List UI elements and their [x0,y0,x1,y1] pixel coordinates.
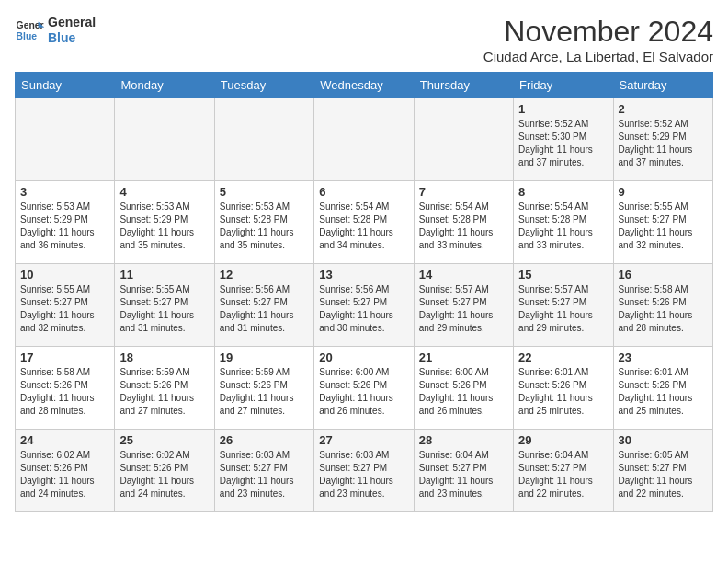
day-info: Sunrise: 5:53 AM Sunset: 5:28 PM Dayligh… [220,201,309,252]
weekday-header-row: SundayMondayTuesdayWednesdayThursdayFrid… [16,73,713,98]
location-title: Ciudad Arce, La Libertad, El Salvador [483,49,713,64]
day-info: Sunrise: 5:58 AM Sunset: 5:26 PM Dayligh… [20,366,109,418]
day-number: 1 [518,102,608,116]
day-number: 19 [220,350,309,364]
calendar-week-2: 10Sunrise: 5:55 AM Sunset: 5:27 PM Dayli… [16,264,713,347]
calendar-week-1: 3Sunrise: 5:53 AM Sunset: 5:29 PM Daylig… [16,181,713,264]
calendar-cell: 8Sunrise: 5:54 AM Sunset: 5:28 PM Daylig… [514,181,613,264]
calendar-cell: 19Sunrise: 5:59 AM Sunset: 5:26 PM Dayli… [214,347,313,430]
day-number: 29 [518,433,608,447]
calendar-cell: 27Sunrise: 6:03 AM Sunset: 5:27 PM Dayli… [314,430,414,512]
day-number: 13 [319,268,408,282]
day-info: Sunrise: 6:03 AM Sunset: 5:27 PM Dayligh… [220,449,309,500]
day-number: 16 [619,268,708,282]
weekday-header-sunday: Sunday [16,73,115,98]
day-number: 21 [419,350,508,364]
day-info: Sunrise: 6:01 AM Sunset: 5:26 PM Dayligh… [518,366,608,418]
calendar-body: 1Sunrise: 5:52 AM Sunset: 5:30 PM Daylig… [16,98,713,512]
calendar-cell [16,98,115,181]
weekday-header-tuesday: Tuesday [214,73,313,98]
weekday-header-wednesday: Wednesday [314,73,414,98]
day-info: Sunrise: 5:53 AM Sunset: 5:29 PM Dayligh… [20,201,109,252]
day-info: Sunrise: 5:58 AM Sunset: 5:26 PM Dayligh… [619,283,708,335]
calendar-cell: 7Sunrise: 5:54 AM Sunset: 5:28 PM Daylig… [414,181,513,264]
day-info: Sunrise: 6:02 AM Sunset: 5:26 PM Dayligh… [119,449,209,500]
day-number: 8 [518,185,608,199]
calendar-cell: 20Sunrise: 6:00 AM Sunset: 5:26 PM Dayli… [314,347,414,430]
day-number: 7 [419,185,508,199]
calendar-cell: 4Sunrise: 5:53 AM Sunset: 5:29 PM Daylig… [115,181,214,264]
day-number: 26 [220,433,309,447]
day-number: 3 [20,185,109,199]
calendar-cell: 1Sunrise: 5:52 AM Sunset: 5:30 PM Daylig… [514,98,613,181]
day-info: Sunrise: 6:01 AM Sunset: 5:26 PM Dayligh… [619,366,708,418]
month-title: November 2024 [483,15,713,49]
calendar-cell: 28Sunrise: 6:04 AM Sunset: 5:27 PM Dayli… [414,430,513,512]
day-info: Sunrise: 5:57 AM Sunset: 5:27 PM Dayligh… [518,283,608,335]
day-info: Sunrise: 5:55 AM Sunset: 5:27 PM Dayligh… [619,201,708,252]
calendar-cell [115,98,214,181]
day-number: 22 [518,350,608,364]
day-info: Sunrise: 5:52 AM Sunset: 5:30 PM Dayligh… [518,118,608,169]
calendar-cell: 25Sunrise: 6:02 AM Sunset: 5:26 PM Dayli… [115,430,214,512]
day-info: Sunrise: 5:59 AM Sunset: 5:26 PM Dayligh… [119,366,209,418]
calendar-cell: 10Sunrise: 5:55 AM Sunset: 5:27 PM Dayli… [16,264,115,347]
page-header: General Blue General Blue November 2024 … [15,15,713,64]
day-number: 24 [20,433,109,447]
day-info: Sunrise: 5:55 AM Sunset: 5:27 PM Dayligh… [119,283,209,335]
day-number: 18 [119,350,209,364]
calendar-week-4: 24Sunrise: 6:02 AM Sunset: 5:26 PM Dayli… [16,430,713,512]
svg-text:Blue: Blue [17,30,38,40]
calendar-cell [414,98,513,181]
day-info: Sunrise: 5:53 AM Sunset: 5:29 PM Dayligh… [119,201,209,252]
calendar-cell: 18Sunrise: 5:59 AM Sunset: 5:26 PM Dayli… [115,347,214,430]
calendar-cell: 13Sunrise: 5:56 AM Sunset: 5:27 PM Dayli… [314,264,414,347]
day-info: Sunrise: 5:54 AM Sunset: 5:28 PM Dayligh… [319,201,408,252]
day-info: Sunrise: 5:56 AM Sunset: 5:27 PM Dayligh… [319,283,408,335]
calendar-cell: 6Sunrise: 5:54 AM Sunset: 5:28 PM Daylig… [314,181,414,264]
calendar-cell: 11Sunrise: 5:55 AM Sunset: 5:27 PM Dayli… [115,264,214,347]
day-number: 12 [220,268,309,282]
calendar-cell: 26Sunrise: 6:03 AM Sunset: 5:27 PM Dayli… [214,430,313,512]
day-number: 25 [119,433,209,447]
day-number: 2 [619,102,708,116]
calendar-cell [314,98,414,181]
weekday-header-thursday: Thursday [414,73,513,98]
calendar-cell: 17Sunrise: 5:58 AM Sunset: 5:26 PM Dayli… [16,347,115,430]
calendar-cell: 22Sunrise: 6:01 AM Sunset: 5:26 PM Dayli… [514,347,613,430]
day-number: 6 [319,185,408,199]
calendar-table: SundayMondayTuesdayWednesdayThursdayFrid… [15,72,713,512]
calendar-header: SundayMondayTuesdayWednesdayThursdayFrid… [16,73,713,98]
title-block: November 2024 Ciudad Arce, La Libertad, … [483,15,713,64]
day-number: 4 [119,185,209,199]
calendar-week-0: 1Sunrise: 5:52 AM Sunset: 5:30 PM Daylig… [16,98,713,181]
day-number: 5 [220,185,309,199]
day-number: 27 [319,433,408,447]
calendar-cell: 16Sunrise: 5:58 AM Sunset: 5:26 PM Dayli… [613,264,712,347]
calendar-cell: 5Sunrise: 5:53 AM Sunset: 5:28 PM Daylig… [214,181,313,264]
day-info: Sunrise: 5:55 AM Sunset: 5:27 PM Dayligh… [20,283,109,335]
day-info: Sunrise: 6:03 AM Sunset: 5:27 PM Dayligh… [319,449,408,500]
day-number: 11 [119,268,209,282]
calendar-cell: 3Sunrise: 5:53 AM Sunset: 5:29 PM Daylig… [16,181,115,264]
weekday-header-monday: Monday [115,73,214,98]
calendar-week-3: 17Sunrise: 5:58 AM Sunset: 5:26 PM Dayli… [16,347,713,430]
day-info: Sunrise: 5:57 AM Sunset: 5:27 PM Dayligh… [419,283,508,335]
calendar-cell: 29Sunrise: 6:04 AM Sunset: 5:27 PM Dayli… [514,430,613,512]
day-info: Sunrise: 5:54 AM Sunset: 5:28 PM Dayligh… [518,201,608,252]
day-info: Sunrise: 6:00 AM Sunset: 5:26 PM Dayligh… [319,366,408,418]
day-info: Sunrise: 6:02 AM Sunset: 5:26 PM Dayligh… [20,449,109,500]
day-number: 30 [619,433,708,447]
calendar-cell: 12Sunrise: 5:56 AM Sunset: 5:27 PM Dayli… [214,264,313,347]
logo-line1: General [48,15,96,30]
calendar-cell: 21Sunrise: 6:00 AM Sunset: 5:26 PM Dayli… [414,347,513,430]
calendar-cell: 9Sunrise: 5:55 AM Sunset: 5:27 PM Daylig… [613,181,712,264]
weekday-header-friday: Friday [514,73,613,98]
day-number: 15 [518,268,608,282]
day-number: 20 [319,350,408,364]
logo-line2: Blue [48,30,96,46]
day-number: 9 [619,185,708,199]
day-number: 14 [419,268,508,282]
day-number: 23 [619,350,708,364]
calendar-cell: 24Sunrise: 6:02 AM Sunset: 5:26 PM Dayli… [16,430,115,512]
